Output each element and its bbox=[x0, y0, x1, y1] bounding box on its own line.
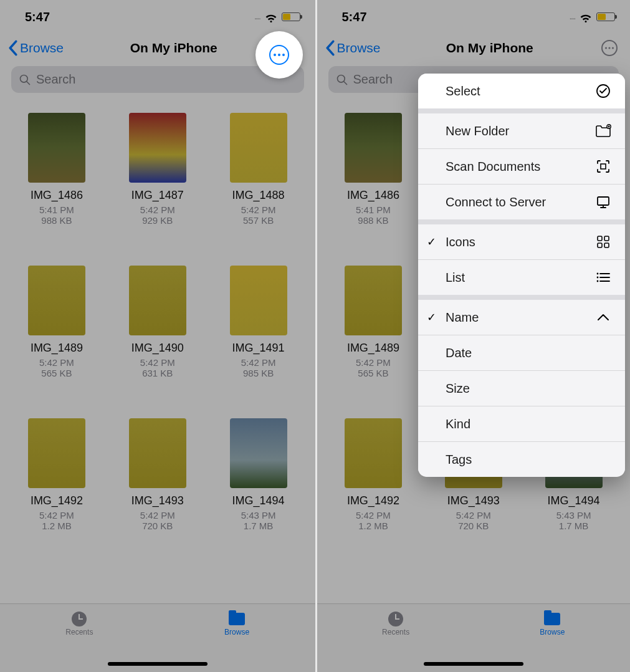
file-size: 929 KB bbox=[142, 215, 173, 226]
file-item[interactable]: IMG_14925:42 PM1.2 MB bbox=[326, 418, 421, 531]
file-thumbnail bbox=[345, 266, 402, 335]
file-item[interactable]: IMG_14865:41 PM988 KB bbox=[9, 113, 105, 226]
svg-line-7 bbox=[343, 81, 346, 84]
page-title: On My iPhone bbox=[130, 41, 217, 55]
tab-recents[interactable]: Recents bbox=[65, 612, 93, 636]
menu-sort-name[interactable]: ✓ Name bbox=[418, 300, 625, 335]
menu-scan-documents[interactable]: Scan Documents bbox=[418, 148, 625, 184]
file-size: 631 KB bbox=[142, 368, 173, 378]
menu-new-folder[interactable]: New Folder bbox=[418, 113, 625, 148]
file-size: 985 KB bbox=[243, 368, 274, 378]
menu-sort-size[interactable]: Size bbox=[418, 370, 625, 406]
file-thumbnail bbox=[230, 113, 287, 183]
file-size: 988 KB bbox=[358, 215, 388, 226]
file-item[interactable]: IMG_14925:42 PM1.2 MB bbox=[9, 418, 105, 531]
menu-label: Scan Documents bbox=[446, 160, 540, 174]
svg-rect-18 bbox=[598, 243, 602, 247]
file-time: 5:42 PM bbox=[241, 357, 276, 368]
back-label: Browse bbox=[20, 41, 64, 55]
menu-label: New Folder bbox=[446, 124, 509, 138]
home-indicator[interactable] bbox=[108, 662, 208, 666]
file-name: IMG_1493 bbox=[131, 494, 184, 507]
phone-right: 5:47 .... Browse On My iPhone Search IMG… bbox=[315, 0, 631, 672]
svg-line-1 bbox=[27, 81, 30, 84]
tab-browse[interactable]: Browse bbox=[540, 612, 565, 636]
menu-view-list[interactable]: List bbox=[418, 259, 625, 295]
status-bar: 5:47 .... bbox=[0, 0, 315, 29]
wifi-icon bbox=[579, 10, 593, 24]
status-time: 5:47 bbox=[342, 10, 367, 24]
menu-view-icons[interactable]: ✓ Icons bbox=[418, 224, 625, 259]
svg-rect-12 bbox=[601, 164, 606, 169]
file-time: 5:42 PM bbox=[140, 357, 175, 368]
battery-icon bbox=[596, 12, 615, 21]
ellipsis-circle-icon bbox=[601, 39, 618, 57]
file-item[interactable]: IMG_14895:42 PM565 KB bbox=[9, 266, 105, 378]
menu-sort-kind[interactable]: Kind bbox=[418, 406, 625, 441]
more-button[interactable] bbox=[599, 37, 620, 59]
file-thumbnail bbox=[28, 266, 85, 335]
menu-label: Size bbox=[446, 382, 470, 396]
list-icon bbox=[595, 269, 611, 286]
file-size: 1.7 MB bbox=[244, 521, 274, 531]
menu-label: Select bbox=[446, 84, 480, 98]
file-name: IMG_1489 bbox=[31, 342, 83, 355]
file-time: 5:42 PM bbox=[39, 510, 74, 521]
menu-label: Name bbox=[446, 310, 479, 325]
file-time: 5:42 PM bbox=[356, 357, 391, 368]
tab-label: Recents bbox=[65, 628, 93, 636]
back-label: Browse bbox=[337, 41, 381, 55]
file-item[interactable]: IMG_14905:42 PM631 KB bbox=[110, 266, 206, 378]
back-button[interactable]: Browse bbox=[7, 40, 64, 56]
menu-label: Connect to Server bbox=[446, 195, 546, 209]
checkmark-circle-icon bbox=[595, 83, 611, 99]
file-size: 565 KB bbox=[41, 368, 72, 378]
status-time: 5:47 bbox=[25, 10, 50, 24]
file-item[interactable]: IMG_14875:42 PM929 KB bbox=[110, 113, 206, 226]
tab-bar: Recents Browse bbox=[317, 603, 631, 672]
file-item[interactable]: IMG_14935:42 PM720 KB bbox=[110, 418, 206, 531]
folder-plus-icon bbox=[595, 123, 611, 139]
back-button[interactable]: Browse bbox=[325, 40, 381, 56]
svg-point-24 bbox=[597, 281, 599, 282]
file-name: IMG_1492 bbox=[31, 494, 83, 507]
file-item[interactable]: IMG_14885:42 PM557 KB bbox=[211, 113, 307, 226]
file-time: 5:42 PM bbox=[39, 357, 74, 368]
menu-connect-to-server[interactable]: Connect to Server bbox=[418, 184, 625, 219]
file-size: 988 KB bbox=[41, 215, 72, 226]
file-thumbnail bbox=[230, 266, 287, 335]
phone-left: 5:47 .... Browse On My iPhone Search IMG… bbox=[0, 0, 315, 672]
menu-sort-tags[interactable]: Tags bbox=[418, 441, 625, 477]
search-input[interactable]: Search bbox=[11, 66, 304, 93]
menu-sort-date[interactable]: Date bbox=[418, 335, 625, 370]
chevron-up-icon bbox=[595, 309, 611, 325]
file-thumbnail bbox=[129, 113, 186, 183]
file-size: 720 KB bbox=[142, 521, 173, 531]
file-item[interactable]: IMG_14895:42 PM565 KB bbox=[326, 266, 421, 378]
file-item[interactable]: IMG_14865:41 PM988 KB bbox=[326, 113, 421, 226]
wifi-icon bbox=[264, 10, 278, 24]
battery-icon bbox=[282, 12, 300, 21]
file-thumbnail bbox=[345, 418, 402, 488]
file-time: 5:42 PM bbox=[356, 510, 391, 521]
tab-label: Browse bbox=[224, 628, 249, 636]
file-size: 557 KB bbox=[243, 215, 274, 226]
checkmark-icon: ✓ bbox=[427, 235, 436, 249]
tab-label: Recents bbox=[382, 628, 409, 636]
file-size: 1.2 MB bbox=[358, 521, 388, 531]
file-item[interactable]: IMG_14945:43 PM1.7 MB bbox=[211, 418, 307, 531]
home-indicator[interactable] bbox=[424, 662, 523, 666]
tab-browse[interactable]: Browse bbox=[224, 612, 249, 636]
file-time: 5:42 PM bbox=[140, 204, 175, 215]
menu-select[interactable]: Select bbox=[418, 74, 625, 108]
menu-label: Kind bbox=[446, 417, 470, 431]
search-placeholder: Search bbox=[353, 72, 393, 87]
file-time: 5:43 PM bbox=[241, 510, 276, 521]
menu-label: List bbox=[446, 271, 465, 285]
file-time: 5:41 PM bbox=[39, 204, 74, 215]
file-item[interactable]: IMG_14915:42 PM985 KB bbox=[211, 266, 307, 378]
tab-recents[interactable]: Recents bbox=[382, 612, 409, 636]
file-name: IMG_1494 bbox=[548, 494, 600, 507]
more-button-highlight[interactable] bbox=[255, 31, 303, 79]
file-name: IMG_1493 bbox=[447, 494, 500, 507]
